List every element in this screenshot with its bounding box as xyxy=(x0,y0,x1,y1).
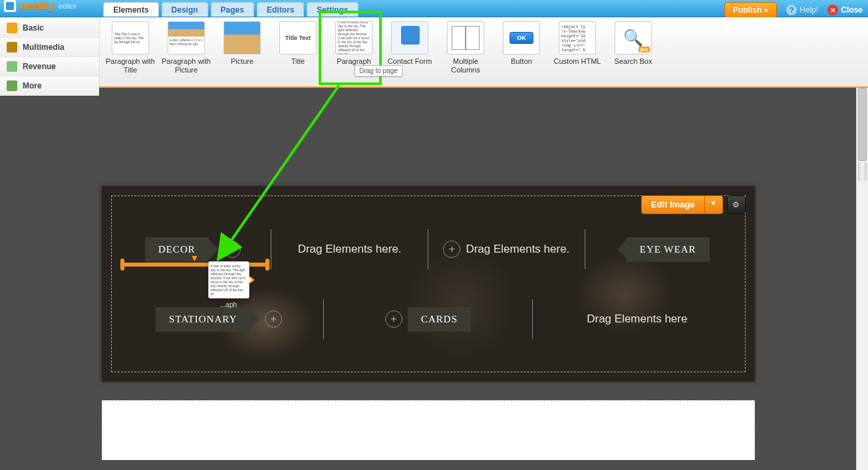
basic-icon xyxy=(7,23,17,33)
gear-icon: ⚙ xyxy=(732,200,740,209)
close-label: Close xyxy=(841,5,863,15)
tool-label: Picture xyxy=(214,57,270,66)
help-link[interactable]: ? Help! xyxy=(786,5,818,15)
tool-title[interactable]: Title TextTitle xyxy=(270,20,326,66)
pill-tail-icon xyxy=(617,239,627,259)
pill-cards[interactable]: CARDS xyxy=(408,307,471,332)
canvas[interactable]: Edit Image ▼ ⚙ DECOR+Drag Elements here.… xyxy=(0,88,856,470)
tool-label: Paragraph with Title xyxy=(102,57,158,74)
sidecat-multimedia[interactable]: Multimedia xyxy=(0,38,99,57)
add-icon[interactable]: + xyxy=(443,241,460,258)
ghost-text: It was a really sunny day to the sky. Th… xyxy=(211,264,246,296)
tab-elements[interactable]: Elements xyxy=(103,2,158,17)
help-icon: ? xyxy=(786,5,797,15)
edit-image-button[interactable]: Edit Image ▼ xyxy=(641,195,723,214)
hero-section[interactable]: Edit Image ▼ ⚙ DECOR+Drag Elements here.… xyxy=(102,186,755,382)
drop-arrow-icon: ▼ xyxy=(190,253,200,263)
tool-thumb xyxy=(503,21,540,55)
tool-thumb xyxy=(391,21,428,55)
logo: weebly editor xyxy=(0,1,83,17)
scrollbar-grip xyxy=(858,162,867,181)
logo-icon xyxy=(4,0,16,12)
tool-thumb: Title Text xyxy=(279,21,317,55)
add-icon[interactable]: + xyxy=(385,310,402,328)
ghost-handle-inner-icon xyxy=(248,277,252,283)
sidecat-label: Basic xyxy=(23,23,44,33)
tool-thumb: It was a really sunny day to the sky. Th… xyxy=(335,21,372,55)
sidecat-revenue[interactable]: Revenue xyxy=(0,57,99,76)
main-tabs: ElementsDesignPagesEditorsSettings xyxy=(103,0,361,17)
drag-tooltip: Drag to page xyxy=(355,65,402,76)
tab-editors[interactable]: Editors xyxy=(257,2,304,17)
pill-eye-wear[interactable]: EYE WEAR xyxy=(627,237,710,262)
add-icon[interactable]: + xyxy=(265,310,282,328)
gear-button[interactable]: ⚙ xyxy=(727,195,746,214)
edit-image-label: Edit Image xyxy=(642,196,704,213)
sidecat-label: More xyxy=(23,81,42,90)
drop-placeholder[interactable]: Drag Elements here xyxy=(587,312,687,326)
editor-suffix: editor xyxy=(59,2,77,10)
tool-thumb: Title Text It was a really s the sky. Th… xyxy=(112,21,149,55)
tool-paragraph[interactable]: It was a really sunny day to the sky. Th… xyxy=(326,20,382,66)
tool-thumb: <object ty /x-Shockwa height="32 style="… xyxy=(559,21,596,55)
side-categories: BasicMultimediaRevenueMore xyxy=(0,17,100,86)
ghost-label: ...aph xyxy=(209,303,249,307)
tool-thumb xyxy=(223,21,261,55)
hero-cell[interactable]: Drag Elements here. xyxy=(271,226,428,273)
hero-background xyxy=(102,186,755,382)
tool-paragraph-with-title[interactable]: Title Text It was a really s the sky. Th… xyxy=(102,20,158,74)
tool-button[interactable]: Button xyxy=(494,20,549,66)
hero-cell[interactable]: +CARDS xyxy=(324,296,532,342)
tool-label: Search Box xyxy=(605,57,661,66)
tool-label: Custom HTML xyxy=(549,57,605,66)
sidecat-more[interactable]: More xyxy=(0,76,99,96)
brand-text: weebly xyxy=(19,0,55,13)
publish-button[interactable]: Publish » xyxy=(724,2,777,18)
close-icon: ✕ xyxy=(827,5,838,15)
tool-label: Title xyxy=(270,57,326,66)
tab-settings[interactable]: Settings xyxy=(307,2,358,17)
tool-custom-html[interactable]: <object ty /x-Shockwa height="32 style="… xyxy=(549,20,605,66)
tool-label: Paragraph with Picture xyxy=(158,57,214,74)
vertical-scrollbar[interactable] xyxy=(856,88,868,470)
pill-tail-icon xyxy=(209,239,218,259)
tool-contact-form[interactable]: Contact Form xyxy=(382,20,438,66)
hero-cell[interactable]: EYE WEAR xyxy=(585,226,742,273)
drop-placeholder[interactable]: Drag Elements here. xyxy=(466,243,569,256)
edit-image-dropdown[interactable]: ▼ xyxy=(704,196,722,213)
tool-thumb: a day t eflecte s. It w n the s throug h… xyxy=(168,21,205,55)
drop-placeholder[interactable]: Drag Elements here. xyxy=(298,243,402,256)
tool-multiple-columns[interactable]: Multiple Columns xyxy=(438,20,494,74)
hero-cell[interactable]: Drag Elements here xyxy=(533,296,741,342)
tool-paragraph-with-picture[interactable]: a day t eflecte s. It w n the s throug h… xyxy=(158,20,214,74)
pill-tail-icon xyxy=(250,309,259,329)
content-block-below[interactable] xyxy=(102,400,755,460)
top-bar: weebly editor ElementsDesignPagesEditors… xyxy=(0,0,868,17)
sidecat-label: Multimedia xyxy=(23,43,65,52)
scrollbar-thumb[interactable] xyxy=(858,88,867,161)
tool-search-box[interactable]: Search Box xyxy=(605,20,661,66)
tab-design[interactable]: Design xyxy=(162,2,208,17)
tool-label: Multiple Columns xyxy=(438,57,494,74)
sidecat-label: Revenue xyxy=(23,62,56,71)
tool-thumb xyxy=(447,21,484,55)
tool-picture[interactable]: Picture xyxy=(214,20,270,66)
tool-label: Button xyxy=(494,57,549,66)
add-icon[interactable]: + xyxy=(223,241,241,258)
tab-pages[interactable]: Pages xyxy=(211,2,254,17)
drag-ghost[interactable]: It was a really sunny day to the sky. Th… xyxy=(208,261,249,298)
pill-stationary[interactable]: STATIONARY xyxy=(156,307,250,332)
help-label: Help! xyxy=(799,5,818,15)
sidecat-basic[interactable]: Basic xyxy=(0,19,99,38)
multimedia-icon xyxy=(7,42,17,53)
revenue-icon xyxy=(7,61,17,72)
ribbon: BasicMultimediaRevenueMore Title Text It… xyxy=(0,17,868,88)
hero-cell[interactable]: +Drag Elements here. xyxy=(428,226,585,273)
tool-thumb xyxy=(615,21,652,55)
close-link[interactable]: ✕ Close xyxy=(827,5,863,15)
more-icon xyxy=(7,80,17,91)
